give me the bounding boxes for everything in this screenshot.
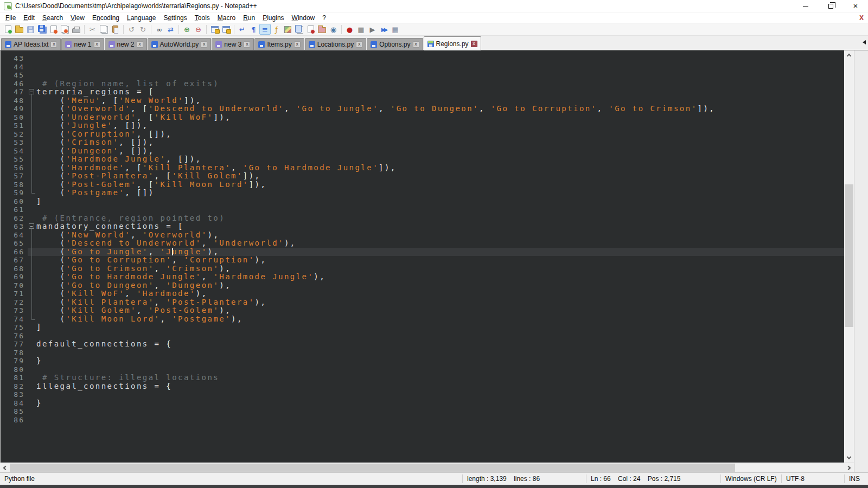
code-line[interactable]: 68 ('Go to Crimson', 'Crimson'), bbox=[1, 265, 844, 273]
menu-item-settings[interactable]: Settings bbox=[159, 13, 190, 23]
tab-items-py[interactable]: Items.pyx bbox=[254, 38, 304, 50]
zoom-in-button[interactable]: ⊕ bbox=[181, 24, 193, 35]
bookmark-margin[interactable] bbox=[1, 382, 6, 391]
bookmark-margin[interactable] bbox=[1, 239, 6, 248]
code-line[interactable]: 57 ('Post-Plantera', ['Kill Golem']), bbox=[1, 172, 844, 181]
code-line[interactable]: 71 ('Kill WoF', 'Hardmode'), bbox=[1, 290, 844, 298]
code-line[interactable]: 72 ('Kill Plantera', 'Post-Plantera'), bbox=[1, 298, 844, 307]
bookmark-margin[interactable] bbox=[1, 54, 6, 63]
document-list-button[interactable] bbox=[293, 24, 305, 35]
tab-locations-py[interactable]: Locations.pyx bbox=[305, 38, 366, 50]
bookmark-margin[interactable] bbox=[1, 164, 6, 172]
scroll-right-button[interactable] bbox=[845, 463, 854, 472]
tab-close-icon[interactable]: x bbox=[294, 41, 301, 48]
menu-item-window[interactable]: Window bbox=[288, 13, 319, 23]
code-line[interactable]: 76 bbox=[1, 332, 844, 341]
code-line[interactable]: 46 # (Region name, list of exits) bbox=[1, 80, 844, 88]
bookmark-margin[interactable] bbox=[1, 281, 6, 290]
word-wrap-button[interactable]: ↵ bbox=[237, 24, 248, 35]
code-line[interactable]: 47−terraria_regions = [ bbox=[1, 88, 844, 97]
code-line[interactable]: 54 ('Dungeon', []), bbox=[1, 147, 844, 156]
code-line[interactable]: 55 ('Hardmode Jungle', []), bbox=[1, 155, 844, 164]
code-line[interactable]: 84} bbox=[1, 399, 844, 408]
bookmark-margin[interactable] bbox=[1, 130, 6, 139]
bookmark-margin[interactable] bbox=[1, 172, 6, 181]
replace-button[interactable]: ⇄ bbox=[165, 24, 176, 35]
find-button[interactable]: ∞ bbox=[154, 24, 165, 35]
bookmark-margin[interactable] bbox=[1, 121, 6, 130]
fold-minus-icon[interactable]: − bbox=[29, 223, 34, 229]
bookmark-margin[interactable] bbox=[1, 88, 6, 97]
menu-item-view[interactable]: View bbox=[67, 13, 88, 23]
code-line[interactable]: 51 ('Jungle', []), bbox=[1, 121, 844, 130]
code-line[interactable]: 49 ('Overworld', ['Descend to Underworld… bbox=[1, 105, 844, 113]
horizontal-scroll-thumb[interactable] bbox=[10, 464, 735, 472]
bookmark-margin[interactable] bbox=[1, 273, 6, 281]
zoom-out-button[interactable]: ⊖ bbox=[193, 24, 204, 35]
bookmark-margin[interactable] bbox=[1, 231, 6, 240]
bookmark-margin[interactable] bbox=[1, 357, 6, 365]
save-macro-button[interactable]: ▦ bbox=[390, 24, 401, 35]
close-file-button[interactable] bbox=[48, 24, 59, 35]
scroll-down-button[interactable] bbox=[844, 453, 854, 463]
code-line[interactable]: 79} bbox=[1, 357, 844, 365]
paste-button[interactable] bbox=[110, 24, 121, 35]
code-line[interactable]: 80 bbox=[1, 365, 844, 374]
code-line[interactable]: 75] bbox=[1, 323, 844, 332]
menu-item-encoding[interactable]: Encoding bbox=[88, 13, 123, 23]
restore-button[interactable] bbox=[818, 0, 843, 12]
show-all-characters-button[interactable]: ¶ bbox=[248, 24, 259, 35]
code-line[interactable]: 64 ('New World', 'Overworld'), bbox=[1, 231, 844, 240]
code-line[interactable]: 45 bbox=[1, 71, 844, 80]
tab-new-1[interactable]: new 1x bbox=[61, 38, 104, 50]
close-button[interactable]: × bbox=[843, 0, 868, 12]
show-indent-guide-button[interactable]: ≡ bbox=[259, 24, 271, 35]
vertical-scroll-track[interactable] bbox=[844, 60, 854, 453]
code-line[interactable]: 53 ('Crimson', []), bbox=[1, 138, 844, 147]
code-line[interactable]: 74 ('Kill Moon Lord', 'Postgame'), bbox=[1, 315, 844, 324]
code-line[interactable]: 56 ('Hardmode', ['Kill Plantera', 'Go to… bbox=[1, 164, 844, 172]
document-edit-button[interactable] bbox=[305, 24, 316, 35]
code-line[interactable]: 85 bbox=[1, 407, 844, 416]
bookmark-margin[interactable] bbox=[1, 63, 6, 72]
tab-close-icon[interactable]: x bbox=[471, 41, 477, 47]
bookmark-margin[interactable] bbox=[1, 340, 6, 349]
bookmark-margin[interactable] bbox=[1, 306, 6, 315]
tab-regions-py[interactable]: Regions.pyx bbox=[424, 36, 481, 50]
bookmark-margin[interactable] bbox=[1, 147, 6, 156]
sync-horizontal-scroll-button[interactable] bbox=[220, 24, 232, 35]
code-line[interactable]: 82illegal_connections = { bbox=[1, 382, 844, 391]
bookmark-margin[interactable] bbox=[1, 138, 6, 147]
document-map-button[interactable] bbox=[282, 24, 293, 35]
tab-new-2[interactable]: new 2x bbox=[105, 38, 147, 50]
stop-recording-button[interactable]: ■ bbox=[355, 24, 367, 35]
code-line[interactable]: 48 ('Menu', ['New World']), bbox=[1, 97, 844, 105]
bookmark-margin[interactable] bbox=[1, 390, 6, 399]
code-editor[interactable]: 43444546 # (Region name, list of exits)4… bbox=[0, 50, 844, 463]
code-line[interactable]: 65 ('Descend to Underworld', 'Underworld… bbox=[1, 239, 844, 248]
bookmark-margin[interactable] bbox=[1, 256, 6, 265]
bookmark-margin[interactable] bbox=[1, 71, 6, 80]
horizontal-scroll-track[interactable] bbox=[9, 463, 845, 472]
menu-item-tools[interactable]: Tools bbox=[191, 13, 214, 23]
tab-close-icon[interactable]: x bbox=[413, 41, 419, 48]
menu-item-edit[interactable]: Edit bbox=[20, 13, 39, 23]
minimize-button[interactable] bbox=[793, 0, 818, 12]
close-all-button[interactable] bbox=[59, 24, 71, 35]
vertical-scrollbar[interactable] bbox=[844, 50, 854, 463]
new-file-button[interactable] bbox=[2, 24, 14, 35]
record-macro-button[interactable]: ● bbox=[344, 24, 355, 35]
bookmark-margin[interactable] bbox=[1, 407, 6, 416]
save-file-button[interactable] bbox=[25, 24, 36, 35]
playback-macro-button[interactable]: ▶ bbox=[367, 24, 378, 35]
code-line[interactable]: 86 bbox=[1, 416, 844, 425]
code-line[interactable]: 50 ('Underworld', ['Kill WoF']), bbox=[1, 113, 844, 122]
code-line[interactable]: 83 bbox=[1, 390, 844, 399]
tab-close-icon[interactable]: x bbox=[94, 41, 100, 48]
fold-collapse-marker[interactable]: − bbox=[28, 88, 36, 97]
bookmark-margin[interactable] bbox=[1, 399, 6, 408]
tab-close-icon[interactable]: x bbox=[201, 41, 207, 48]
status-eol-format[interactable]: Windows (CR LF) bbox=[720, 474, 781, 483]
bookmark-margin[interactable] bbox=[1, 181, 6, 189]
copy-button[interactable] bbox=[98, 24, 110, 35]
